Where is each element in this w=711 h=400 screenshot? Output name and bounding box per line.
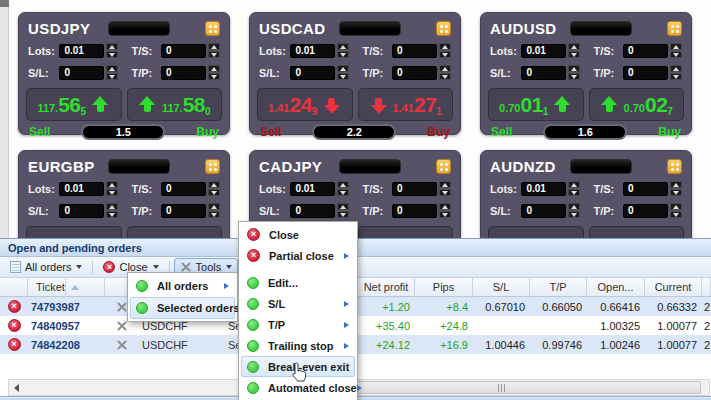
stepper-down-icon[interactable] bbox=[208, 211, 220, 218]
take-profit-stepper[interactable] bbox=[670, 65, 682, 80]
menu-item-all-orders[interactable]: All orders bbox=[130, 275, 235, 297]
stop-loss-input[interactable] bbox=[521, 204, 566, 218]
panel-options-button[interactable] bbox=[436, 21, 451, 36]
trailing-stop-stepper[interactable] bbox=[208, 43, 220, 58]
sell-label[interactable]: Sell bbox=[29, 125, 50, 139]
trailing-stop-input[interactable] bbox=[161, 44, 206, 58]
lots-input[interactable] bbox=[521, 44, 566, 58]
row-tools-icon[interactable] bbox=[116, 339, 128, 351]
trailing-stop-stepper[interactable] bbox=[439, 181, 451, 196]
stop-loss-stepper[interactable] bbox=[106, 65, 118, 80]
sell-price-button[interactable]: 1.41249 bbox=[257, 88, 353, 121]
column-sl[interactable]: S/L bbox=[473, 278, 530, 296]
menu-item-selected-orders[interactable]: Selected orders bbox=[130, 297, 235, 319]
stepper-up-icon[interactable] bbox=[439, 43, 451, 50]
stop-loss-stepper[interactable] bbox=[106, 203, 118, 218]
buy-price-button[interactable]: 0.70027 bbox=[589, 88, 685, 121]
buy-price-button[interactable]: 1.41271 bbox=[358, 88, 454, 121]
menu-item-sl[interactable]: S/L bbox=[241, 293, 355, 314]
stepper-down-icon[interactable] bbox=[106, 51, 118, 58]
take-profit-input[interactable] bbox=[623, 66, 668, 80]
stepper-up-icon[interactable] bbox=[106, 43, 118, 50]
stepper-down-icon[interactable] bbox=[106, 189, 118, 196]
take-profit-input[interactable] bbox=[623, 204, 668, 218]
column-pips[interactable]: Pips bbox=[415, 278, 473, 296]
row-tools-icon[interactable] bbox=[116, 301, 128, 313]
stepper-down-icon[interactable] bbox=[568, 189, 580, 196]
sell-label[interactable]: Sell bbox=[260, 125, 281, 139]
stepper-up-icon[interactable] bbox=[208, 203, 220, 210]
trailing-stop-input[interactable] bbox=[161, 182, 206, 196]
panel-options-button[interactable] bbox=[667, 159, 682, 174]
panel-options-button[interactable] bbox=[205, 159, 220, 174]
stop-loss-stepper[interactable] bbox=[337, 203, 349, 218]
close-order-icon[interactable]: × bbox=[8, 300, 21, 313]
menu-item-trailing-stop[interactable]: Trailing stop bbox=[241, 335, 355, 356]
stepper-up-icon[interactable] bbox=[106, 203, 118, 210]
stop-loss-input[interactable] bbox=[521, 66, 566, 80]
trailing-stop-input[interactable] bbox=[392, 44, 437, 58]
panel-options-button[interactable] bbox=[667, 21, 682, 36]
menu-item-close[interactable]: ×Close bbox=[241, 224, 355, 245]
take-profit-stepper[interactable] bbox=[208, 203, 220, 218]
stepper-up-icon[interactable] bbox=[568, 203, 580, 210]
stepper-down-icon[interactable] bbox=[439, 73, 451, 80]
sell-price-button[interactable]: 117.565 bbox=[26, 88, 122, 121]
stepper-up-icon[interactable] bbox=[208, 43, 220, 50]
stop-loss-input[interactable] bbox=[59, 204, 104, 218]
lots-stepper[interactable] bbox=[337, 43, 349, 58]
stepper-up-icon[interactable] bbox=[106, 181, 118, 188]
stepper-down-icon[interactable] bbox=[208, 189, 220, 196]
column-close[interactable] bbox=[0, 278, 28, 296]
stepper-down-icon[interactable] bbox=[568, 73, 580, 80]
stepper-down-icon[interactable] bbox=[337, 51, 349, 58]
stepper-down-icon[interactable] bbox=[670, 73, 682, 80]
menu-item-partial-close[interactable]: ×Partial close bbox=[241, 245, 355, 266]
menu-item-edit[interactable]: Edit... bbox=[241, 272, 355, 293]
stepper-down-icon[interactable] bbox=[337, 211, 349, 218]
lots-input[interactable] bbox=[59, 182, 104, 196]
menu-item-automated-close[interactable]: Automated close bbox=[241, 377, 355, 398]
stop-loss-input[interactable] bbox=[290, 204, 335, 218]
stepper-down-icon[interactable] bbox=[670, 211, 682, 218]
stepper-up-icon[interactable] bbox=[670, 203, 682, 210]
trailing-stop-input[interactable] bbox=[392, 182, 437, 196]
take-profit-input[interactable] bbox=[161, 66, 206, 80]
stepper-up-icon[interactable] bbox=[670, 181, 682, 188]
buy-price-button[interactable]: 117.580 bbox=[127, 88, 223, 121]
take-profit-input[interactable] bbox=[161, 204, 206, 218]
stepper-up-icon[interactable] bbox=[337, 65, 349, 72]
stepper-down-icon[interactable] bbox=[568, 51, 580, 58]
column-open[interactable]: Open... bbox=[587, 278, 645, 296]
stepper-down-icon[interactable] bbox=[208, 51, 220, 58]
lots-stepper[interactable] bbox=[337, 181, 349, 196]
take-profit-input[interactable] bbox=[392, 204, 437, 218]
take-profit-stepper[interactable] bbox=[670, 203, 682, 218]
column-current[interactable]: Current bbox=[645, 278, 702, 296]
stepper-down-icon[interactable] bbox=[439, 211, 451, 218]
sell-price-button[interactable]: 0.70011 bbox=[488, 88, 584, 121]
left-scroll-strip[interactable] bbox=[0, 0, 9, 238]
take-profit-stepper[interactable] bbox=[439, 203, 451, 218]
take-profit-stepper[interactable] bbox=[208, 65, 220, 80]
trailing-stop-input[interactable] bbox=[623, 182, 668, 196]
stepper-down-icon[interactable] bbox=[337, 189, 349, 196]
sell-label[interactable]: Sell bbox=[491, 125, 512, 139]
stepper-up-icon[interactable] bbox=[670, 43, 682, 50]
stepper-up-icon[interactable] bbox=[439, 203, 451, 210]
lots-stepper[interactable] bbox=[568, 43, 580, 58]
trailing-stop-stepper[interactable] bbox=[208, 181, 220, 196]
stepper-up-icon[interactable] bbox=[568, 65, 580, 72]
stepper-up-icon[interactable] bbox=[337, 181, 349, 188]
lots-input[interactable] bbox=[59, 44, 104, 58]
stepper-up-icon[interactable] bbox=[439, 65, 451, 72]
lots-input[interactable] bbox=[290, 182, 335, 196]
all-orders-button[interactable]: All orders bbox=[4, 258, 88, 276]
lots-stepper[interactable] bbox=[568, 181, 580, 196]
stepper-up-icon[interactable] bbox=[208, 181, 220, 188]
trailing-stop-stepper[interactable] bbox=[670, 181, 682, 196]
panel-options-button[interactable] bbox=[205, 21, 220, 36]
lots-input[interactable] bbox=[521, 182, 566, 196]
lots-input[interactable] bbox=[290, 44, 335, 58]
column-ticket[interactable]: Ticket bbox=[28, 278, 105, 296]
